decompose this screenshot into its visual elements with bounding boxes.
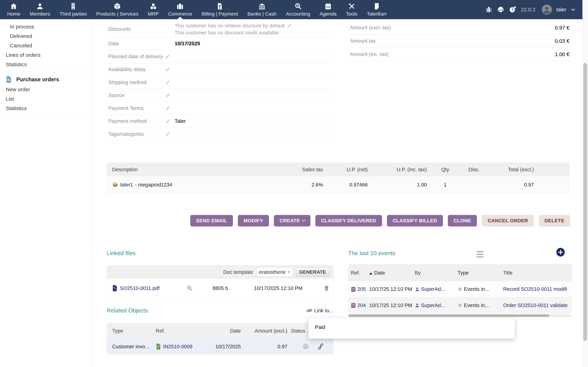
field-label: Availability delay (107, 67, 165, 72)
col-title[interactable]: Title (503, 270, 572, 276)
doc-template-select[interactable]: eratosthene (256, 267, 293, 277)
nav-item-third-parties[interactable]: Third parties (55, 0, 92, 19)
vertical-scrollbar[interactable] (582, 0, 588, 367)
event-type: Events in... (464, 302, 489, 308)
link-to-label[interactable]: Link to... (314, 308, 333, 314)
pencil-icon[interactable] (165, 93, 171, 98)
nav-item-talerbarr[interactable]: TalerBarr (362, 0, 391, 19)
cancel-order-button[interactable]: CANCEL ORDER (482, 215, 534, 226)
unlink-icon[interactable] (318, 343, 324, 350)
pencil-icon[interactable] (286, 23, 292, 28)
col-type[interactable]: Type (458, 270, 503, 276)
nav-item-members[interactable]: Members (25, 0, 55, 19)
sidebar-item-lines-of-orders[interactable]: Lines of orders (0, 50, 92, 60)
send-email-button[interactable]: SEND EMAIL (190, 215, 233, 226)
main-content: Discounts This customer has no relative … (92, 19, 582, 367)
event-by-link[interactable]: SuperAd... (421, 302, 445, 308)
col-by[interactable]: By (415, 270, 458, 276)
horizontal-scrollbar[interactable] (348, 314, 571, 317)
event-title-link[interactable]: Record SO2510-0011 modifi (503, 286, 567, 292)
field-row-discounts: Discounts This customer has no relative … (107, 21, 333, 37)
col-disc: Disc. (464, 167, 484, 173)
field-label: Tags/categories (107, 131, 165, 137)
modify-button[interactable]: MODIFY (238, 215, 269, 226)
discounts-line1: This customer has no relative discount b… (175, 22, 285, 29)
vertical-scrollbar-thumb[interactable] (583, 63, 587, 341)
nav-item-label: Products | Services (96, 11, 138, 17)
col-description: Description (107, 167, 267, 173)
username-text[interactable]: taler (556, 7, 566, 13)
link-to-action[interactable]: Link to... (306, 308, 333, 314)
linked-file-name[interactable]: SO2510-0011.pdf (120, 285, 160, 291)
pencil-icon[interactable] (165, 118, 171, 124)
list-view-icon[interactable] (476, 251, 484, 258)
print-icon[interactable] (497, 6, 504, 13)
product-ref-link[interactable]: taler1 (120, 182, 133, 188)
nav-item-accounting[interactable]: $ Accounting (281, 0, 315, 19)
nav-item-home[interactable]: Home (2, 0, 25, 19)
top-navbar: Home Members Third parties Products | Se… (0, 0, 582, 19)
nav-item-agenda[interactable]: Agenda (315, 0, 341, 19)
generate-button[interactable]: GENERATE (296, 267, 329, 277)
nav-item-products-services[interactable]: Products | Services (92, 0, 143, 19)
pencil-icon[interactable] (165, 67, 171, 72)
cubes-icon (149, 2, 157, 10)
nav-item-label: Commerce (168, 11, 192, 17)
sidebar-item-delivered[interactable]: Delivered (0, 32, 92, 41)
nav-item-banks-cash[interactable]: Banks | Cash (243, 0, 281, 19)
order-lines-table: Description Sales tax U.P. (net) U.P. (i… (107, 163, 570, 193)
sidebar: In process Delivered Canceled Lines of o… (0, 19, 92, 367)
col-up-net: U.P. (net) (323, 167, 368, 173)
event-title-link[interactable]: Order SO2510-0011 validate (503, 302, 568, 308)
nav-item-tools[interactable]: Tools (341, 0, 362, 19)
nav-item-commerce[interactable]: Commerce (164, 0, 197, 19)
nav-item-mrp[interactable]: MRP (143, 0, 164, 19)
event-row: 204 10/17/25 12:10 PM SuperAd... Events … (348, 297, 572, 313)
line-qty: 1 (427, 182, 464, 188)
col-date[interactable]: Date (369, 270, 415, 276)
calendar-icon (324, 2, 332, 10)
related-ref-link[interactable]: IN2510-0009 (163, 344, 192, 350)
sidebar-item-list[interactable]: List (0, 94, 92, 104)
event-row: 205 10/17/25 12:10 PM SuperAd... Events … (348, 281, 572, 297)
tooltip-text: Paid (315, 324, 325, 330)
event-by-link[interactable]: SuperAd... (421, 286, 445, 292)
clone-button[interactable]: CLONE (448, 215, 477, 226)
pencil-icon[interactable] (165, 131, 171, 137)
nav-item-label: TalerBarr (367, 11, 387, 17)
bank-icon (258, 2, 266, 10)
sidebar-item-purchase-statistics[interactable]: Statistics (0, 104, 92, 113)
field-row-payment-method: Payment method Taler (107, 115, 333, 128)
pencil-icon[interactable] (165, 54, 171, 59)
field-label: Date (107, 41, 165, 47)
trash-icon[interactable] (324, 285, 329, 291)
event-ref-link[interactable]: 204 (357, 302, 366, 308)
line-row: taler1 - megaprod1234 2.6% 0.97466 1.00 … (107, 176, 570, 193)
classify-billed-button[interactable]: CLASSIFY BILLED (387, 215, 443, 226)
add-event-button[interactable] (556, 248, 565, 257)
horizontal-scrollbar-thumb[interactable] (348, 314, 549, 317)
event-ref-link[interactable]: 205 (357, 286, 366, 292)
nav-item-label: Banks | Cash (247, 11, 277, 17)
pencil-icon[interactable] (165, 106, 171, 111)
action-buttons: SEND EMAIL MODIFY CREATE CLASSIFY DELIVE… (190, 215, 570, 226)
nav-item-billing-payment[interactable]: $ Billing | Payment (197, 0, 243, 19)
pencil-icon[interactable] (165, 80, 171, 85)
sidebar-item-canceled[interactable]: Canceled (0, 41, 92, 50)
chevron-down-icon[interactable] (571, 7, 575, 12)
total-label: Amount tax (348, 38, 376, 44)
create-button[interactable]: CREATE (274, 215, 311, 226)
bug-icon[interactable] (485, 6, 493, 13)
tools-icon (348, 2, 356, 10)
preview-icon[interactable] (187, 285, 193, 291)
user-avatar[interactable] (542, 5, 552, 15)
invoice-green-icon: $ (156, 343, 161, 350)
help-icon[interactable]: ? (509, 6, 516, 13)
sidebar-section-purchase-orders: Purchase orders (0, 74, 92, 85)
sidebar-item-statistics[interactable]: Statistics (0, 60, 92, 69)
delete-button[interactable]: DELETE (539, 215, 570, 226)
col-ref[interactable]: Ref. (348, 270, 369, 276)
sidebar-item-new-order[interactable]: New order (0, 85, 92, 94)
classify-delivered-button[interactable]: CLASSIFY DELIVERED (315, 215, 382, 226)
sidebar-item-in-process[interactable]: In process (0, 22, 92, 32)
